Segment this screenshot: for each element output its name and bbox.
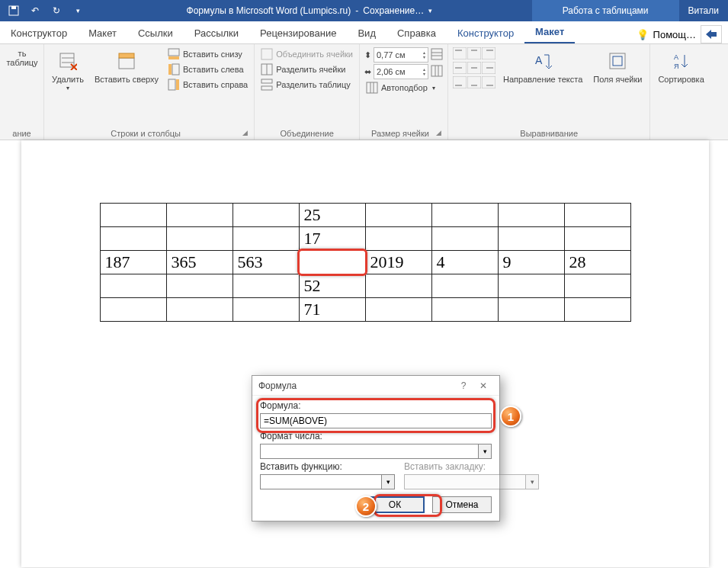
autofit-button[interactable]: Автоподбор▾ (364, 81, 443, 95)
table-cell[interactable]: 52 (299, 274, 365, 298)
tab-constructor[interactable]: Конструктор (0, 23, 78, 43)
table-cell[interactable] (431, 274, 498, 298)
table-cell[interactable] (564, 204, 630, 227)
help-icon[interactable]: ? (454, 380, 473, 391)
chevron-down-icon[interactable]: ▾ (478, 444, 492, 459)
tab-view[interactable]: Вид (347, 23, 386, 43)
distribute-cols-icon[interactable] (431, 65, 443, 79)
table-cell[interactable] (564, 298, 630, 322)
share-button[interactable] (701, 25, 722, 43)
row-height-input[interactable]: 0,77 см▴▾ (374, 47, 428, 63)
insert-right-button[interactable]: Вставить справа (166, 78, 249, 91)
split-cells-button[interactable]: Разделить ячейки (259, 63, 354, 76)
dialog-titlebar[interactable]: Формула ? ✕ (252, 376, 499, 396)
table-cell[interactable]: 71 (299, 298, 365, 322)
save-icon[interactable] (5, 2, 23, 20)
table-cell[interactable] (365, 227, 431, 251)
text-direction-button[interactable]: AНаправление текста (500, 47, 585, 85)
table-cell[interactable] (498, 227, 564, 251)
word-table[interactable]: 2517187365563201949285271 (100, 203, 631, 322)
table-cell[interactable] (365, 274, 431, 298)
table-cell[interactable]: 187 (100, 251, 166, 274)
insert-below-button[interactable]: Вставить снизу (166, 47, 249, 61)
table-cell[interactable] (431, 204, 498, 227)
insert-above-button[interactable]: Вставить сверху (91, 47, 162, 85)
distribute-rows-icon[interactable] (431, 48, 443, 62)
table-cell[interactable] (233, 298, 299, 322)
table-cell[interactable] (498, 298, 564, 322)
delete-button[interactable]: Удалить ▾ (49, 47, 87, 94)
table-cell[interactable]: 2019 (365, 251, 431, 274)
number-format-input[interactable] (260, 444, 478, 459)
table-cell[interactable] (100, 204, 166, 227)
table-cell[interactable]: 9 (498, 251, 564, 274)
redo-icon[interactable]: ↻ (47, 2, 66, 20)
draw-table-button[interactable]: ть таблицу (5, 47, 40, 69)
title-dropdown-icon[interactable]: ▾ (428, 7, 432, 14)
align-mr-icon[interactable] (482, 62, 495, 75)
close-icon[interactable]: ✕ (473, 380, 493, 391)
table-cell[interactable] (365, 298, 431, 322)
tell-me-label[interactable]: Помощ… (653, 29, 696, 40)
table-cell[interactable]: 365 (166, 251, 233, 274)
table-cell[interactable] (233, 204, 299, 227)
insert-function-combo[interactable]: ▾ (260, 474, 395, 489)
table-cell[interactable] (431, 227, 498, 251)
table-cell[interactable] (100, 227, 166, 251)
spin-down-icon[interactable]: ▾ (423, 72, 425, 76)
table-cell[interactable] (233, 274, 299, 298)
cell-margins-button[interactable]: Поля ячейки (590, 47, 645, 85)
align-mc-icon[interactable] (467, 62, 481, 75)
table-cell[interactable]: 17 (299, 227, 365, 251)
align-ml-icon[interactable] (453, 62, 467, 75)
col-width-input[interactable]: 2,06 см▴▾ (374, 64, 428, 79)
tab-review[interactable]: Рецензирование (249, 23, 347, 43)
table-cell[interactable] (166, 274, 233, 298)
number-format-combo[interactable]: ▾ (260, 444, 492, 459)
align-bl-icon[interactable] (453, 76, 467, 90)
tab-table-layout[interactable]: Макет (524, 21, 575, 43)
qat-dropdown-icon[interactable]: ▾ (69, 2, 87, 20)
tab-references[interactable]: Ссылки (127, 23, 184, 43)
sort-button[interactable]: АЯСортировка (655, 47, 707, 85)
table-cell[interactable] (233, 227, 299, 251)
table-cell[interactable] (299, 251, 365, 274)
spin-down-icon[interactable]: ▾ (423, 55, 425, 59)
split-table-button[interactable]: Разделить таблицу (259, 78, 354, 91)
table-cell[interactable] (431, 298, 498, 322)
tab-table-design[interactable]: Конструктор (447, 23, 524, 43)
insert-left-button[interactable]: Вставить слева (166, 63, 249, 76)
table-cell[interactable] (166, 204, 233, 227)
align-tl-icon[interactable] (453, 47, 467, 61)
table-cell[interactable] (100, 274, 166, 298)
dialog-launcher-icon[interactable]: ◢ (242, 129, 249, 136)
undo-icon[interactable]: ↶ (26, 2, 44, 20)
alignment-grid[interactable] (453, 47, 495, 90)
table-cell[interactable] (564, 227, 630, 251)
ok-button[interactable]: ОК (365, 496, 425, 513)
cancel-button[interactable]: Отмена (432, 496, 492, 513)
align-tc-icon[interactable] (467, 47, 481, 61)
chevron-down-icon[interactable]: ▾ (381, 474, 395, 489)
table-cell[interactable]: 563 (233, 251, 299, 274)
formula-input[interactable] (260, 413, 492, 428)
table-cell[interactable] (564, 274, 630, 298)
insert-function-input[interactable] (260, 474, 381, 489)
user-name[interactable]: Витали (679, 5, 728, 16)
table-cell[interactable] (498, 274, 564, 298)
align-br-icon[interactable] (482, 76, 495, 90)
align-bc-icon[interactable] (467, 76, 481, 90)
table-cell[interactable]: 4 (431, 251, 498, 274)
table-cell[interactable] (166, 227, 233, 251)
table-cell[interactable] (166, 298, 233, 322)
table-cell[interactable]: 28 (564, 251, 630, 274)
table-cell[interactable] (365, 204, 431, 227)
table-cell[interactable] (498, 204, 564, 227)
tell-me-icon[interactable]: 💡 (637, 29, 649, 40)
tab-layout[interactable]: Макет (78, 23, 127, 43)
table-cell[interactable] (100, 298, 166, 322)
dialog-launcher-icon[interactable]: ◢ (436, 129, 443, 136)
tab-mailings[interactable]: Рассылки (184, 23, 249, 43)
table-cell[interactable]: 25 (299, 204, 365, 227)
tab-help[interactable]: Справка (386, 23, 447, 43)
